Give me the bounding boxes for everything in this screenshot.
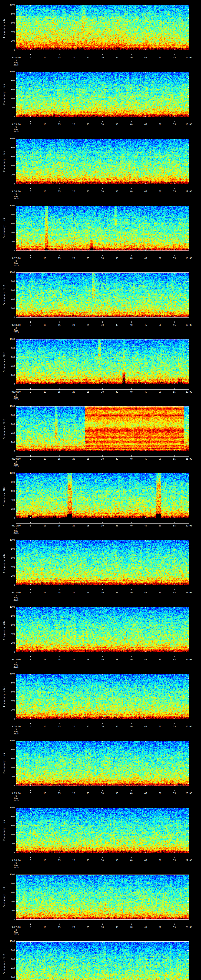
y-tick-label: 800 bbox=[8, 749, 15, 751]
x-axis-end-time: 18:00 bbox=[180, 257, 198, 259]
x-tick-label: 35 bbox=[114, 324, 120, 326]
x-tick-label: 25 bbox=[85, 190, 91, 192]
y-tick-label: 1000 bbox=[8, 873, 15, 876]
x-tick-label: 45 bbox=[143, 725, 148, 728]
x-tick-label: 10 bbox=[42, 458, 48, 460]
y-tick-label: 200 bbox=[8, 40, 15, 42]
x-axis-tick bbox=[102, 188, 103, 189]
y-tick-label: 600 bbox=[8, 22, 15, 24]
y-axis-title: Frequency (Hz) bbox=[3, 887, 5, 908]
x-tick-label: 55 bbox=[172, 458, 177, 460]
y-axis-title: Frequency (Hz) bbox=[3, 619, 5, 640]
x-axis-tick bbox=[45, 589, 45, 590]
x-tick-label: 20 bbox=[71, 458, 77, 460]
x-axis-tick bbox=[160, 121, 160, 122]
y-axis-title: Frequency (Hz) bbox=[3, 753, 5, 774]
spectrogram-stack: Frequency (Hz) 02004006008001000 9:14:00… bbox=[0, 0, 201, 980]
x-axis-tick bbox=[189, 121, 189, 122]
x-tick-label: 35 bbox=[114, 792, 120, 795]
x-tick-label: 40 bbox=[128, 56, 134, 59]
y-tick-label: 800 bbox=[8, 414, 15, 417]
x-axis-tick bbox=[73, 121, 74, 122]
x-tick-label: 35 bbox=[114, 123, 120, 126]
x-tick-label: 45 bbox=[143, 592, 148, 594]
x-tick-label: 20 bbox=[71, 324, 77, 326]
x-tick-label: 30 bbox=[99, 56, 105, 59]
x-axis-tick bbox=[16, 188, 16, 189]
y-tick-label: 400 bbox=[8, 566, 15, 568]
x-tick-label: 30 bbox=[99, 458, 105, 460]
x-axis-tick bbox=[174, 188, 175, 189]
x-axis-start-time: 9:19:00 bbox=[7, 391, 25, 393]
x-tick-label: 30 bbox=[99, 859, 105, 862]
y-axis-title: Frequency (Hz) bbox=[3, 84, 5, 105]
x-axis-tick bbox=[174, 388, 175, 390]
x-axis-end-time: 20:00 bbox=[180, 391, 198, 393]
y-tick-label: 200 bbox=[8, 374, 15, 377]
x-tick-label: 45 bbox=[143, 926, 148, 929]
x-tick-label: 35 bbox=[114, 525, 120, 527]
x-axis-tick bbox=[45, 255, 45, 256]
spectrogram-heatmap bbox=[16, 5, 189, 50]
x-tick-label: 30 bbox=[99, 190, 105, 192]
y-tick-label: 600 bbox=[8, 958, 15, 961]
x-axis-tick bbox=[160, 321, 160, 323]
date-line: 2015 bbox=[8, 398, 24, 400]
x-axis-tick bbox=[160, 455, 160, 457]
date-line: 2015 bbox=[8, 331, 24, 333]
spectrogram-panel: Frequency (Hz) 02004006008001000 9:25:00… bbox=[0, 736, 201, 803]
y-tick-label: 400 bbox=[8, 31, 15, 33]
x-axis-tick bbox=[102, 54, 103, 55]
y-tick-label: 400 bbox=[8, 834, 15, 836]
x-tick-label: 45 bbox=[143, 324, 148, 326]
y-axis-title: Frequency (Hz) bbox=[3, 485, 5, 506]
y-tick-label: 600 bbox=[8, 557, 15, 559]
x-axis-tick bbox=[160, 388, 160, 390]
x-axis-tick bbox=[102, 656, 103, 657]
x-tick-label: 25 bbox=[85, 257, 91, 259]
x-tick-label: 45 bbox=[143, 458, 148, 460]
x-axis-tick bbox=[16, 857, 16, 858]
x-tick-label: 10 bbox=[42, 257, 48, 259]
x-tick-label: 15 bbox=[56, 56, 62, 59]
x-tick-label: 5 bbox=[27, 391, 34, 393]
x-tick-label: 20 bbox=[71, 926, 77, 929]
x-axis-tick bbox=[174, 857, 175, 858]
x-tick-label: 20 bbox=[71, 725, 77, 728]
x-axis-start-time: 9:15:00 bbox=[7, 123, 25, 126]
x-axis-tick bbox=[174, 255, 175, 256]
x-tick-label: 40 bbox=[128, 659, 134, 661]
spectrogram-panel: Frequency (Hz) 02004006008001000 9:28:00… bbox=[0, 937, 201, 980]
x-axis-start-time: 9:17:00 bbox=[7, 257, 25, 259]
x-tick-label: 5 bbox=[27, 123, 34, 126]
x-tick-label: 50 bbox=[157, 123, 163, 126]
y-tick-label: 800 bbox=[8, 13, 15, 15]
spectrogram-heatmap bbox=[16, 607, 189, 652]
x-tick-label: 20 bbox=[71, 391, 77, 393]
x-tick-label: 30 bbox=[99, 257, 105, 259]
x-tick-label: 10 bbox=[42, 391, 48, 393]
x-tick-label: 10 bbox=[42, 190, 48, 192]
x-axis-tick bbox=[174, 589, 175, 590]
spectrogram-panel: Frequency (Hz) 02004006008001000 9:18:00… bbox=[0, 267, 201, 334]
x-tick-label: 20 bbox=[71, 659, 77, 661]
x-tick-label: 35 bbox=[114, 859, 120, 862]
spectrogram-panel: Frequency (Hz) 02004006008001000 9:17:00… bbox=[0, 201, 201, 267]
x-tick-label: 30 bbox=[99, 725, 105, 728]
x-tick-label: 55 bbox=[172, 592, 177, 594]
y-axis-title: Frequency (Hz) bbox=[3, 418, 5, 439]
x-axis-end-time: 23:00 bbox=[180, 592, 198, 594]
date-line: 2015 bbox=[8, 465, 24, 467]
y-tick-label: 600 bbox=[8, 89, 15, 91]
x-axis-tick bbox=[189, 723, 189, 724]
x-axis-tick bbox=[45, 790, 45, 791]
x-axis-tick bbox=[160, 656, 160, 657]
x-tick-label: 40 bbox=[128, 525, 134, 527]
x-axis-tick bbox=[73, 723, 74, 724]
y-tick-label: 0 bbox=[8, 718, 15, 720]
x-axis-start-time: 9:20:00 bbox=[7, 458, 25, 460]
date-line: 2015 bbox=[8, 599, 24, 601]
x-axis-end-time: 27:00 bbox=[180, 859, 198, 862]
x-axis-tick bbox=[73, 388, 74, 390]
x-axis-tick bbox=[73, 790, 74, 791]
